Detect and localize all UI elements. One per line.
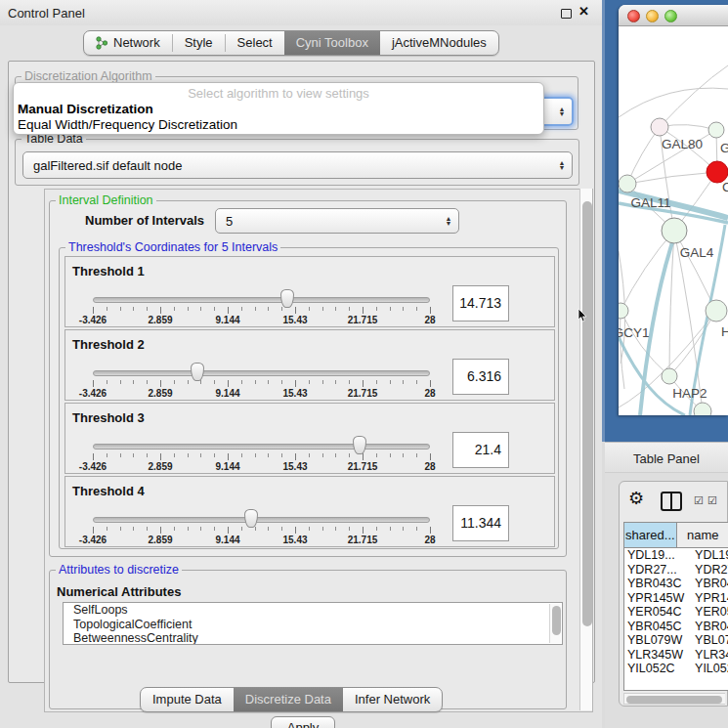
table-row[interactable]: YER054CYER054C [624,605,728,620]
settings-scrollpane: Interval Definition Number of Intervals … [44,189,593,712]
tab-jactivemnodules-label: jActiveMNodules [392,35,487,50]
tab-network[interactable]: Network [84,31,172,55]
column-header-name[interactable]: name [677,523,728,547]
vertical-scrollbar[interactable] [579,189,592,710]
threshold-3-value-field[interactable]: 21.4 [452,432,509,468]
table-row[interactable]: YPR145WYPR145W [624,591,728,606]
vertical-scrollbar-thumb[interactable] [582,201,592,626]
discretization-algorithm-group-title: Discretization Algorithm [21,69,155,83]
threshold-1-slider-handle[interactable] [280,289,294,308]
algorithm-option-equal-width[interactable]: Equal Width/Frequency Discretization [17,117,542,132]
screen: Control Panel ✕ Network Style Select [0,0,728,728]
node-label-gal4: GAL4 [680,245,714,260]
table-data-combobox[interactable]: galFiltered.sif default node ▲▼ [22,151,573,179]
node-gal4[interactable] [662,218,687,243]
threshold-1-row: Threshold 1 -3.4262.8599.14415.4321.7152… [64,256,555,327]
close-traffic-light[interactable] [627,10,640,22]
zoom-traffic-light[interactable] [664,10,677,22]
tab-infer-network[interactable]: Infer Network [343,688,442,711]
tab-discretize-data[interactable]: Discretize Data [234,688,343,711]
table-header-row: shared... name [624,523,728,548]
network-view-window: GAL80 GAL11 GAL4 GCY1 HAP2 GA C H [619,5,728,415]
checkbox-icon[interactable]: ☑ [694,494,704,507]
combo-arrows-icon: ▲▼ [443,216,458,226]
tab-cyni-toolbox[interactable]: Cyni Toolbox [284,31,380,55]
table-row[interactable]: YDR27...YDR27... [624,563,728,578]
checkbox-icon[interactable]: ☑ [707,494,717,507]
threshold-2-slider-track[interactable] [93,370,430,376]
threshold-3-row: Threshold 3 -3.4262.8599.14415.4321.7152… [64,403,555,474]
node-partial-top-right[interactable] [708,122,724,138]
columns-icon[interactable] [661,492,682,511]
tab-jactivemnodules[interactable]: jActiveMNodules [380,31,498,55]
node-label-hap2: HAP2 [672,386,707,401]
list-item[interactable]: TopologicalCoefficient [64,618,562,632]
table-panel-box: ⚙ ☑ ☑ shared... name YDL19...YDL19... YD… [619,481,728,707]
threshold-2-row: Threshold 2 -3.4262.8599.14415.4321.7152… [64,329,555,401]
number-of-intervals-label: Number of Intervals [85,213,204,228]
node-hap2[interactable] [662,368,677,384]
thresholds-group-title: Threshold's Coordinates for 5 Intervals [65,240,280,254]
threshold-4-slider-track[interactable] [93,517,430,523]
network-canvas[interactable]: GAL80 GAL11 GAL4 GCY1 HAP2 GA C H [619,26,728,415]
node-partial-bottom[interactable] [694,403,711,415]
table-row[interactable]: YBR043CYBR043C [624,577,728,591]
threshold-2-slider-handle[interactable] [191,363,204,381]
tab-select[interactable]: Select [226,31,284,55]
threshold-4-value-field[interactable]: 11.344 [452,505,509,541]
threshold-4-slider-handle[interactable] [244,509,258,528]
tab-style[interactable]: Style [173,31,225,55]
threshold-2-label: Threshold 2 [72,337,145,352]
cyni-toolbox-panel: Discretization Algorithm ▲▼ Table Data g… [8,61,595,683]
node-gal80[interactable] [651,118,668,136]
threshold-1-value-field[interactable]: 14.713 [452,285,509,321]
network-window-titlebar[interactable] [619,5,728,26]
number-of-intervals-value: 5 [216,214,443,229]
number-of-intervals-combobox[interactable]: 5 ▲▼ [215,208,459,234]
threshold-1-slider-track[interactable] [93,297,430,303]
table-row[interactable]: YBR045CYBR045C [624,620,728,634]
table-panel-area: ⚙ ☑ ☑ shared... name YDL19...YDL19... YD… [605,473,728,728]
control-panel-titlebar: Control Panel ✕ [0,0,602,25]
table-panel-title: Table Panel [633,451,700,466]
table-data-combobox-value: galFiltered.sif default node [23,158,556,173]
node-h-partial[interactable] [706,300,727,321]
network-icon [96,36,108,50]
combo-arrows-icon: ▲▼ [556,107,572,116]
column-header-shared[interactable]: shared... [624,523,677,547]
tab-discretize-data-label: Discretize Data [245,692,331,707]
control-panel: Control Panel ✕ Network Style Select [0,0,602,728]
close-icon[interactable]: ✕ [578,4,589,19]
table-row[interactable]: YIL052CYIL052C [624,662,728,676]
node-gal11[interactable] [619,175,636,193]
tab-impute-data[interactable]: Impute Data [141,688,234,711]
table-row[interactable]: YDL19...YDL19... [624,548,728,563]
table-row[interactable]: YLR345WYLR345W [624,648,728,663]
algorithm-option-manual[interactable]: Manual Discretization [17,102,542,116]
node-label-gal11: GAL11 [630,195,670,210]
tab-select-label: Select [237,35,273,50]
table-row[interactable]: YBL079WYBL079W [624,633,728,648]
horizontal-scrollbar[interactable] [623,693,725,705]
node-label-partial-h: H [721,324,728,339]
minimize-traffic-light[interactable] [646,10,659,22]
tab-network-label: Network [113,35,160,50]
node-label-gal80: GAL80 [662,137,703,151]
attributes-group-title: Attributes to discretize [56,563,182,577]
list-item[interactable]: SelfLoops [64,603,562,618]
float-window-icon[interactable] [561,9,572,19]
tab-impute-data-label: Impute Data [152,692,222,707]
threshold-2-value-field[interactable]: 6.316 [452,359,509,395]
attributes-scrollbar[interactable] [549,604,561,643]
node-label-gcy1: GCY1 [619,325,649,340]
apply-button[interactable]: Apply [271,716,335,728]
threshold-3-slider-handle[interactable] [353,436,366,454]
list-item[interactable]: BetweennessCentrality [64,631,562,645]
node-attribute-table: shared... name YDL19...YDL19... YDR27...… [623,522,728,691]
gear-icon[interactable]: ⚙ [628,488,644,509]
node-gcy1[interactable] [619,303,628,319]
threshold-3-slider-track[interactable] [93,444,430,450]
tab-style-label: Style [185,35,213,50]
tab-cyni-toolbox-label: Cyni Toolbox [296,35,368,50]
bottom-tab-bar: Impute Data Discretize Data Infer Networ… [140,687,443,712]
